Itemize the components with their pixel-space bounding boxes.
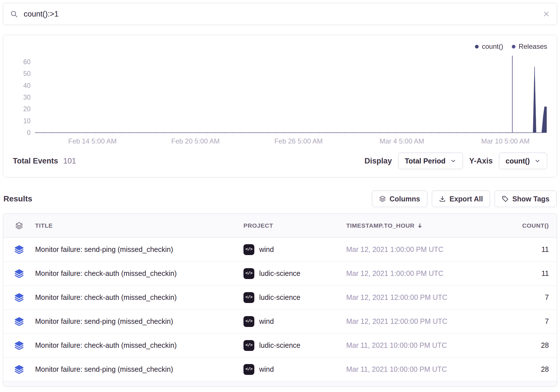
chart-controls: Display Total Period Y-Axis count() (364, 153, 547, 169)
legend-label: Releases (519, 43, 547, 50)
table-row[interactable]: Monitor failure: send-ping (missed_check… (3, 357, 557, 381)
row-timestamp: Mar 12, 2021 12:00:00 PM UTC (346, 317, 508, 326)
column-header-title[interactable]: TITLE (35, 222, 243, 229)
row-count: 11 (508, 245, 557, 254)
svg-text:50: 50 (23, 70, 31, 77)
svg-text:Feb 14 5:00 AM: Feb 14 5:00 AM (68, 137, 116, 145)
project-name: wind (259, 365, 274, 373)
row-count: 11 (508, 269, 557, 278)
row-title[interactable]: Monitor failure: check-auth (missed_chec… (35, 269, 243, 278)
legend-dot-icon (475, 45, 479, 49)
platform-icon: </> (243, 268, 254, 279)
display-dropdown-value: Total Period (405, 157, 446, 165)
tag-icon (502, 195, 509, 202)
chart-panel: count()Releases 0102030405060Feb 14 5:00… (3, 35, 557, 177)
platform-icon: </> (243, 340, 254, 351)
total-events-value: 101 (63, 157, 76, 165)
row-timestamp: Mar 12, 2021 1:00:00 PM UTC (346, 269, 508, 278)
show-tags-button[interactable]: Show Tags (495, 191, 557, 207)
table-row[interactable]: Monitor failure: send-ping (missed_check… (3, 238, 557, 262)
svg-text:Mar 4 5:00 AM: Mar 4 5:00 AM (380, 137, 424, 145)
svg-text:Feb 26 5:00 AM: Feb 26 5:00 AM (274, 137, 323, 145)
stack-icon (14, 293, 24, 302)
clear-search-icon[interactable] (543, 10, 550, 18)
legend-label: count() (482, 43, 503, 50)
download-icon (439, 195, 446, 202)
row-project: </> ludic-science (243, 340, 346, 351)
y-axis-dropdown-value: count() (505, 157, 530, 165)
y-axis-dropdown[interactable]: count() (499, 153, 547, 169)
row-title[interactable]: Monitor failure: send-ping (missed_check… (35, 317, 243, 326)
row-timestamp: Mar 12, 2021 1:00:00 PM UTC (346, 245, 508, 254)
total-events-label: Total Events (13, 157, 58, 165)
row-title[interactable]: Monitor failure: send-ping (missed_check… (35, 365, 243, 373)
project-name: wind (259, 317, 274, 326)
table-row[interactable]: Monitor failure: check-auth (missed_chec… (3, 286, 557, 310)
search-bar (3, 3, 557, 25)
column-header-timestamp[interactable]: TIMESTAMP.TO_HOUR (346, 222, 508, 229)
svg-text:40: 40 (23, 82, 31, 89)
table-footer (3, 381, 557, 387)
row-timestamp: Mar 11, 2021 10:00:00 PM UTC (346, 341, 508, 349)
table-row[interactable]: Monitor failure: send-ping (missed_check… (3, 310, 557, 334)
show-tags-button-label: Show Tags (512, 195, 549, 203)
row-count: 7 (508, 317, 557, 326)
stack-icon (14, 245, 24, 254)
platform-icon: </> (243, 244, 254, 255)
table-row[interactable]: Monitor failure: check-auth (missed_chec… (3, 262, 557, 286)
project-name: wind (259, 245, 274, 254)
project-name: ludic-science (259, 341, 301, 349)
results-heading: Results (3, 194, 32, 203)
row-title[interactable]: Monitor failure: check-auth (missed_chec… (35, 341, 243, 349)
legend-item[interactable]: Releases (512, 43, 547, 50)
stack-icon (14, 317, 24, 326)
row-timestamp: Mar 12, 2021 12:00:00 PM UTC (346, 293, 508, 302)
row-title[interactable]: Monitor failure: check-auth (missed_chec… (35, 293, 243, 302)
svg-text:0: 0 (27, 129, 31, 136)
row-title[interactable]: Monitor failure: send-ping (missed_check… (35, 245, 243, 254)
svg-text:10: 10 (23, 117, 31, 125)
platform-icon: </> (243, 292, 254, 303)
row-project: </> wind (243, 316, 346, 327)
export-all-button[interactable]: Export All (432, 191, 490, 207)
row-project: </> wind (243, 244, 346, 255)
stack-icon (14, 269, 24, 278)
svg-text:20: 20 (23, 105, 31, 113)
row-project: </> wind (243, 364, 346, 375)
row-count: 7 (508, 293, 557, 302)
y-axis-label: Y-Axis (469, 157, 493, 165)
chart-footer: Total Events 101 Display Total Period Y-… (11, 147, 549, 177)
columns-button-label: Columns (390, 195, 420, 203)
svg-text:30: 30 (23, 94, 31, 101)
row-project: </> ludic-science (243, 292, 346, 303)
display-label: Display (364, 157, 392, 165)
column-header-project[interactable]: PROJECT (243, 222, 346, 229)
export-all-button-label: Export All (450, 195, 483, 203)
svg-text:Feb 20 5:00 AM: Feb 20 5:00 AM (171, 137, 219, 145)
row-count: 28 (508, 365, 557, 373)
row-project: </> ludic-science (243, 268, 346, 279)
table-header-row: TITLE PROJECT TIMESTAMP.TO_HOUR COUNT() (3, 214, 557, 238)
project-name: ludic-science (259, 293, 301, 302)
column-header-count[interactable]: COUNT() (508, 222, 557, 229)
header-stack-icon (3, 222, 35, 230)
layers-icon (379, 195, 386, 202)
legend-item[interactable]: count() (475, 43, 503, 50)
row-icon-cell (3, 365, 35, 374)
svg-text:60: 60 (23, 58, 31, 66)
results-header: Results Columns Export All (3, 191, 557, 207)
results-actions: Columns Export All Show Tags (372, 191, 557, 207)
chart-svg: 0102030405060Feb 14 5:00 AMFeb 20 5:00 A… (11, 52, 549, 147)
display-dropdown[interactable]: Total Period (398, 153, 463, 169)
table-row[interactable]: Monitor failure: check-auth (missed_chec… (3, 334, 557, 357)
columns-button[interactable]: Columns (372, 191, 427, 207)
chevron-down-icon (450, 158, 456, 164)
row-count: 28 (508, 341, 557, 349)
total-events: Total Events 101 (13, 157, 76, 165)
legend-dot-icon (512, 45, 515, 49)
table-body: Monitor failure: send-ping (missed_check… (3, 238, 557, 381)
search-input[interactable] (24, 10, 537, 19)
platform-icon: </> (243, 316, 254, 327)
row-icon-cell (3, 245, 35, 254)
column-header-timestamp-label: TIMESTAMP.TO_HOUR (346, 222, 414, 229)
